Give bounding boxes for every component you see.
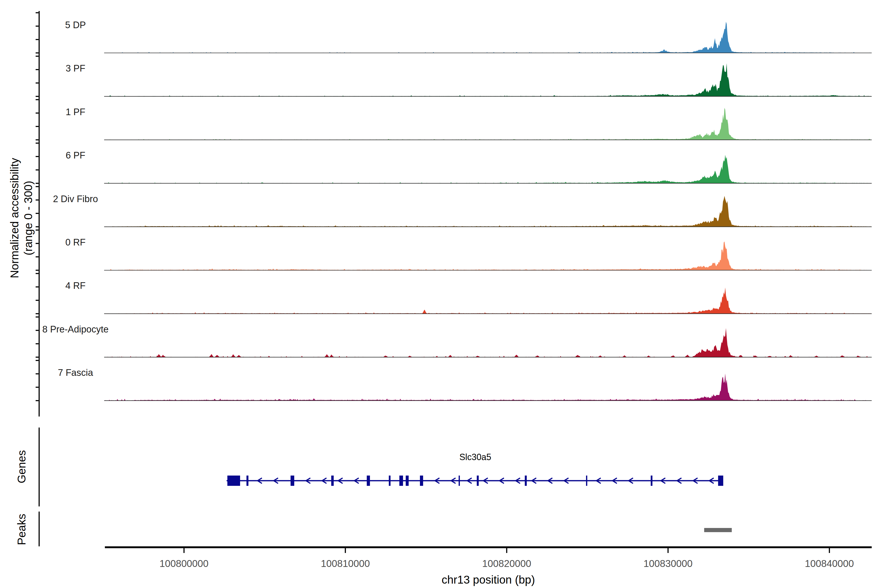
y-axis-tick: [36, 330, 39, 331]
accessibility-track-3-pf: [104, 63, 872, 96]
genes-bracket-line: [39, 428, 40, 506]
y-axis-tick: [36, 186, 39, 187]
gene-utr-exon-box: [227, 476, 240, 486]
y-axis-tick: [36, 156, 39, 157]
track-label-5-dp: 5 DP: [65, 20, 86, 30]
x-axis-tick: [345, 548, 346, 553]
y-axis-tick: [36, 169, 39, 170]
track-label-3-pf: 3 PF: [66, 63, 85, 74]
gene-exon-box: [651, 476, 652, 486]
y-axis-tick: [36, 230, 39, 231]
accessibility-track-8-pre-adipocyte: [104, 328, 872, 357]
y-axis-tick: [36, 243, 39, 244]
x-axis-title: chr13 position (bp): [442, 573, 535, 586]
y-axis-tick: [36, 82, 39, 84]
signal-area-0-rf: [104, 242, 872, 270]
y-axis-line: [39, 11, 40, 417]
track-label-0-rf: 0 RF: [65, 237, 86, 248]
track-label-4-rf: 4 RF: [65, 280, 86, 291]
x-tick-label-100820000: 100820000: [482, 558, 531, 569]
x-axis-tick: [829, 548, 830, 553]
x-tick-label-100840000: 100840000: [805, 558, 854, 569]
peaks-bracket-line: [39, 512, 40, 546]
y-axis-tick: [36, 387, 39, 388]
y-axis-tick: [36, 374, 39, 374]
accessibility-track-5-dp: [104, 22, 872, 53]
y-axis-title: Normalized accessibility (range 0 - 300): [8, 22, 35, 414]
y-axis-tick: [36, 256, 39, 257]
y-axis-title-line1: Normalized accessibility: [8, 22, 21, 414]
y-axis-tick: [36, 300, 39, 301]
gene-exon-box: [389, 476, 390, 486]
y-axis-tick: [36, 99, 39, 100]
y-axis-tick: [36, 343, 39, 344]
y-axis-tick: [36, 286, 39, 287]
gene-exon-box: [477, 476, 479, 486]
gene-exon-box: [459, 476, 460, 486]
peak-region-bar: [704, 528, 732, 532]
y-axis-tick: [36, 360, 39, 361]
accessibility-track-4-rf: [104, 287, 872, 314]
gene-exon-box: [246, 476, 248, 486]
accessibility-track-7-fascia: [104, 374, 872, 401]
y-axis-tick: [36, 126, 39, 127]
x-axis-tick: [506, 548, 507, 553]
x-tick-label-100830000: 100830000: [644, 558, 693, 569]
x-axis-tick: [183, 548, 185, 553]
signal-area-2-div-fibro: [104, 196, 872, 227]
figure-canvas: [0, 0, 882, 588]
gene-exon-box: [331, 476, 334, 486]
y-axis-tick: [36, 140, 39, 140]
y-axis-tick: [36, 313, 39, 314]
signal-area-6-pf: [104, 155, 872, 183]
signal-area-4-rf: [104, 287, 872, 314]
y-axis-title-line2: (range 0 - 300): [21, 22, 35, 414]
track-label-1-pf: 1 PF: [66, 106, 85, 117]
signal-area-1-pf: [104, 108, 872, 140]
y-axis-tick: [36, 357, 39, 358]
y-axis-tick: [36, 12, 39, 13]
y-axis-tick: [36, 39, 39, 40]
y-axis-tick: [36, 273, 39, 274]
track-label-8-pre-adipocyte: 8 Pre-Adipocyte: [42, 324, 108, 334]
accessibility-track-2-div-fibro: [104, 196, 872, 227]
gene-exon-box: [291, 476, 294, 486]
track-label-2-div-fibro: 2 Div Fibro: [53, 194, 98, 204]
y-axis-tick: [36, 112, 39, 113]
accessibility-track-6-pf: [104, 155, 872, 183]
y-axis-tick: [36, 226, 39, 227]
track-label-7-fascia: 7 Fascia: [58, 368, 93, 378]
gene-exon-box: [399, 476, 403, 486]
y-axis-tick: [36, 69, 39, 70]
gene-exon-box: [586, 476, 587, 486]
gene-exon-box: [406, 476, 409, 486]
accessibility-track-1-pf: [104, 108, 872, 140]
signal-area-7-fascia: [104, 374, 872, 401]
gene-exon-box: [525, 476, 527, 486]
signal-area-8-pre-adipocyte: [104, 328, 872, 357]
accessibility-track-0-rf: [104, 242, 872, 270]
signal-area-5-dp: [104, 22, 872, 53]
peaks-section-label: Peaks: [15, 514, 28, 545]
y-axis-tick: [36, 270, 39, 271]
coverage-plot-figure: Normalized accessibility (range 0 - 300)…: [0, 0, 882, 588]
y-axis-tick: [36, 56, 39, 57]
y-axis-tick: [36, 142, 39, 144]
y-axis-tick: [36, 52, 39, 53]
signal-area-3-pf: [104, 63, 872, 96]
y-axis-tick: [36, 200, 39, 200]
y-axis-tick: [36, 183, 39, 184]
y-axis-tick: [36, 400, 39, 401]
gene-exon-box: [420, 476, 423, 486]
gene-exon-box: [367, 476, 370, 486]
x-tick-label-100810000: 100810000: [321, 558, 370, 569]
y-axis-tick: [36, 26, 39, 27]
y-axis-tick: [36, 96, 39, 97]
gene-terminal-exon-box: [718, 476, 723, 486]
gene-name-label: Slc30a5: [459, 452, 491, 462]
gene-model-slc30a5: [226, 476, 723, 486]
y-axis-tick: [36, 316, 39, 318]
x-axis-tick: [668, 548, 669, 553]
x-axis-line: [105, 546, 872, 548]
x-tick-label-100800000: 100800000: [159, 558, 208, 569]
